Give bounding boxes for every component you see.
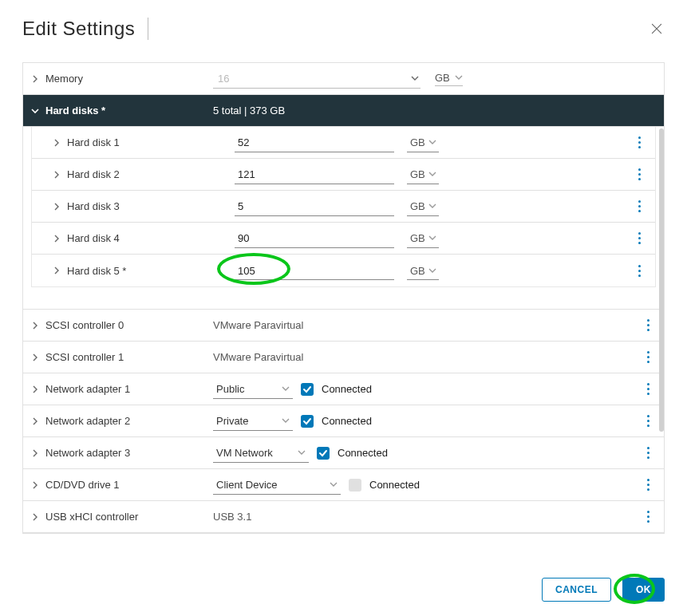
- chevron-down-icon: [31, 107, 39, 115]
- network-1-connected-checkbox[interactable]: [301, 383, 314, 396]
- hard-disk-2-actions[interactable]: [631, 165, 647, 184]
- hard-disk-2-size-input[interactable]: [235, 165, 394, 184]
- cddvd-label: CD/DVD drive 1: [45, 479, 213, 491]
- cddvd-connected-checkbox[interactable]: [349, 479, 361, 492]
- network-1-connected-label: Connected: [322, 383, 372, 395]
- hard-disk-1-unit-select[interactable]: GB: [407, 133, 439, 152]
- memory-label: Memory: [45, 73, 213, 85]
- hard-disk-1-size-input[interactable]: [235, 133, 394, 152]
- scsi-0-actions[interactable]: [640, 316, 656, 335]
- scrollbar[interactable]: [659, 128, 664, 432]
- hard-disk-2-row[interactable]: Hard disk 2GB: [32, 159, 655, 191]
- chevron-down-icon: [282, 383, 290, 395]
- network-1-select[interactable]: Public: [213, 380, 293, 399]
- check-icon: [302, 417, 312, 426]
- hard-disk-3-actions[interactable]: [631, 197, 647, 216]
- memory-body: 16 GB: [213, 69, 653, 89]
- hard-disk-4-unit-text: GB: [410, 232, 425, 244]
- hard-disks-summary-wrap: 5 total | 373 GB: [213, 105, 653, 116]
- title-caret: [148, 18, 148, 40]
- usb-actions[interactable]: [640, 507, 656, 527]
- chevron-right-icon: [53, 267, 61, 274]
- hard-disk-5-unit-select[interactable]: GB: [407, 261, 439, 280]
- network-2-connected-checkbox[interactable]: [301, 415, 314, 428]
- network-2-label: Network adapter 2: [45, 415, 213, 427]
- dialog-header: Edit Settings: [0, 0, 687, 45]
- chevron-down-icon: [330, 479, 338, 491]
- scsi-1-row[interactable]: SCSI controller 1 VMware Paravirtual: [23, 342, 664, 373]
- hard-disks-section[interactable]: Hard disks * 5 total | 373 GB: [23, 95, 664, 127]
- network-1-row[interactable]: Network adapter 1 Public Connected: [23, 373, 664, 405]
- usb-row[interactable]: USB xHCI controller USB 3.1: [23, 501, 664, 533]
- network-3-value: VM Network: [216, 447, 273, 459]
- chevron-down-icon: [428, 232, 436, 244]
- usb-label: USB xHCI controller: [45, 511, 213, 523]
- ok-button[interactable]: OK: [622, 578, 665, 602]
- cddvd-row[interactable]: CD/DVD drive 1 Client Device Connected: [23, 469, 664, 501]
- network-2-select[interactable]: Private: [213, 412, 293, 431]
- chevron-right-icon: [53, 203, 61, 211]
- network-2-actions[interactable]: [640, 412, 656, 431]
- hard-disk-3-size-input[interactable]: [235, 197, 394, 216]
- hard-disk-3-unit-select[interactable]: GB: [407, 197, 439, 216]
- chevron-right-icon: [31, 417, 39, 425]
- hard-disk-3-label: Hard disk 3: [67, 200, 235, 212]
- cancel-button[interactable]: CANCEL: [542, 578, 611, 602]
- hard-disk-4-row[interactable]: Hard disk 4GB: [32, 223, 655, 255]
- chevron-right-icon: [31, 513, 39, 521]
- close-button[interactable]: [650, 22, 666, 38]
- hard-disk-4-size-input[interactable]: [235, 229, 394, 248]
- cddvd-value: Client Device: [216, 479, 278, 491]
- hard-disk-2-unit-select[interactable]: GB: [407, 165, 439, 184]
- hard-disk-1-label: Hard disk 1: [67, 136, 235, 148]
- network-3-actions[interactable]: [640, 444, 656, 463]
- network-1-value: Public: [216, 383, 244, 395]
- chevron-right-icon: [31, 322, 39, 330]
- hard-disk-5-size-input[interactable]: [235, 261, 394, 280]
- memory-input[interactable]: 16: [213, 69, 420, 89]
- chevron-down-icon: [428, 200, 436, 212]
- network-2-connected-label: Connected: [322, 415, 372, 427]
- memory-row[interactable]: Memory 16 GB: [23, 63, 664, 95]
- dialog-footer: CANCEL OK: [542, 578, 665, 602]
- scsi-1-value: VMware Paravirtual: [213, 351, 303, 363]
- hard-disk-4-body: GB: [235, 229, 644, 248]
- network-3-connected-label: Connected: [338, 447, 388, 459]
- network-3-select[interactable]: VM Network: [213, 444, 309, 463]
- chevron-right-icon: [31, 75, 39, 83]
- check-icon: [302, 385, 312, 394]
- scsi-0-value: VMware Paravirtual: [213, 319, 303, 331]
- network-2-row[interactable]: Network adapter 2 Private Connected: [23, 405, 664, 437]
- cddvd-actions[interactable]: [640, 476, 656, 495]
- chevron-right-icon: [31, 481, 39, 489]
- dialog-body: Memory 16 GB: [0, 45, 687, 534]
- hard-disk-1-row[interactable]: Hard disk 1GB: [32, 127, 655, 159]
- scsi-1-label: SCSI controller 1: [45, 351, 213, 363]
- chevron-down-icon: [428, 136, 436, 148]
- network-3-row[interactable]: Network adapter 3 VM Network Connected: [23, 437, 664, 469]
- memory-unit-select[interactable]: GB: [435, 72, 463, 86]
- hard-disk-5-label: Hard disk 5 *: [67, 265, 235, 277]
- network-2-value: Private: [216, 415, 248, 427]
- chevron-down-icon: [428, 168, 436, 180]
- chevron-down-icon: [298, 447, 306, 459]
- network-1-label: Network adapter 1: [45, 383, 213, 395]
- hard-disk-1-unit-text: GB: [410, 136, 425, 148]
- network-3-connected-checkbox[interactable]: [317, 447, 330, 460]
- chevron-right-icon: [53, 139, 61, 147]
- hard-disk-4-unit-select[interactable]: GB: [407, 229, 439, 248]
- network-3-label: Network adapter 3: [45, 447, 213, 459]
- usb-value: USB 3.1: [213, 511, 251, 523]
- scsi-0-row[interactable]: SCSI controller 0 VMware Paravirtual: [23, 310, 664, 342]
- hard-disk-4-actions[interactable]: [631, 229, 647, 248]
- chevron-down-icon: [411, 73, 419, 85]
- scsi-1-actions[interactable]: [640, 348, 656, 367]
- hard-disk-5-actions[interactable]: [631, 261, 647, 280]
- hard-disk-1-actions[interactable]: [631, 133, 647, 152]
- hard-disk-5-row[interactable]: Hard disk 5 *GB: [32, 255, 655, 286]
- chevron-right-icon: [31, 385, 39, 393]
- network-1-actions[interactable]: [640, 380, 656, 399]
- cddvd-select[interactable]: Client Device: [213, 476, 341, 495]
- hard-disk-2-label: Hard disk 2: [67, 168, 235, 180]
- hard-disk-3-row[interactable]: Hard disk 3GB: [32, 191, 655, 223]
